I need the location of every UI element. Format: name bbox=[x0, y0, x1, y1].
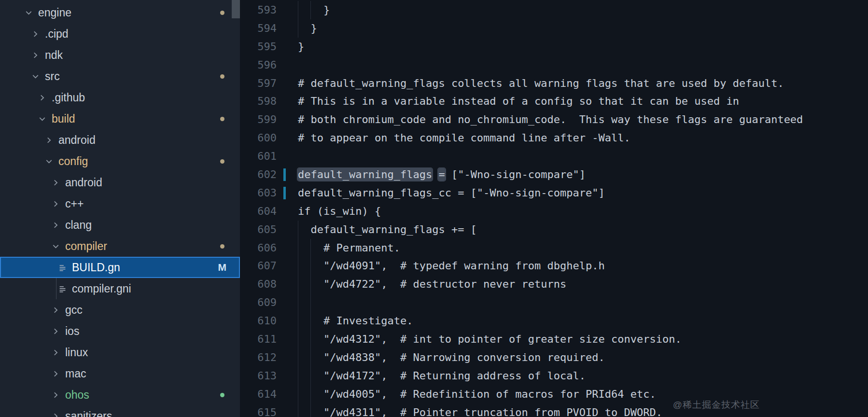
chevron-right-icon[interactable] bbox=[51, 369, 65, 378]
code-line-613[interactable]: 613 "/wd4172", # Returning address of lo… bbox=[240, 367, 868, 385]
tree-folder-android[interactable]: android bbox=[0, 172, 240, 193]
code-line-606[interactable]: 606 # Permanent. bbox=[240, 239, 868, 257]
chevron-down-icon[interactable] bbox=[31, 72, 45, 81]
chevron-right-icon[interactable] bbox=[31, 29, 45, 39]
code-line-595[interactable]: 595} bbox=[240, 38, 868, 56]
line-number: 610 bbox=[240, 312, 277, 330]
chevron-right-icon[interactable] bbox=[51, 221, 65, 230]
tree-folder-build[interactable]: build bbox=[0, 108, 240, 129]
tree-folder-ios[interactable]: ios bbox=[0, 320, 240, 342]
code-line-615[interactable]: 615 "/wd4311", # Pointer truncation from… bbox=[240, 403, 868, 417]
chevron-right-icon[interactable] bbox=[51, 412, 65, 417]
tree-item-label: sanitizers bbox=[65, 410, 112, 417]
tree-item-label: linux bbox=[65, 346, 88, 359]
chevron-down-icon[interactable] bbox=[51, 242, 65, 251]
chevron-right-icon[interactable] bbox=[51, 390, 65, 400]
code-line-594[interactable]: 594 } bbox=[240, 19, 868, 38]
code-text: "/wd4005", # Redefinition of macros for … bbox=[298, 385, 868, 403]
tree-folder-config[interactable]: config bbox=[0, 151, 240, 172]
chevron-right-icon[interactable] bbox=[51, 327, 65, 336]
tree-folder-ohos[interactable]: ohos bbox=[0, 384, 240, 405]
code-text: } bbox=[298, 38, 868, 56]
chevron-down-icon[interactable] bbox=[44, 157, 58, 166]
indent-guide bbox=[298, 312, 298, 330]
code-line-614[interactable]: 614 "/wd4005", # Redefinition of macros … bbox=[240, 385, 868, 403]
chevron-right-icon[interactable] bbox=[51, 306, 65, 315]
gutter-decorations bbox=[277, 293, 298, 312]
gutter-decorations bbox=[277, 348, 298, 367]
chevron-right-icon[interactable] bbox=[51, 348, 65, 357]
code-text: } bbox=[298, 1, 868, 19]
watermark-text: @稀土掘金技术社区 bbox=[673, 399, 760, 411]
git-status-dot bbox=[220, 74, 224, 79]
tree-folder-engine[interactable]: engine bbox=[0, 2, 240, 23]
code-line-603[interactable]: 603default_warning_flags_cc = ["-Wno-sig… bbox=[240, 184, 868, 202]
tree-folder-compiler[interactable]: compiler bbox=[0, 236, 240, 257]
line-number: 605 bbox=[240, 221, 277, 239]
code-line-601[interactable]: 601 bbox=[240, 147, 868, 166]
tree-item-label: ndk bbox=[45, 49, 63, 62]
gutter-decorations bbox=[277, 330, 298, 348]
file-icon bbox=[58, 284, 72, 293]
chevron-right-icon[interactable] bbox=[51, 199, 65, 208]
code-line-610[interactable]: 610 # Investigate. bbox=[240, 312, 868, 330]
tree-item-label: config bbox=[58, 155, 88, 168]
tree-folder-ndk[interactable]: ndk bbox=[0, 44, 240, 66]
code-line-599[interactable]: 599# both chromium_code and no_chromium_… bbox=[240, 111, 868, 129]
code-line-611[interactable]: 611 "/wd4312", # int to pointer of great… bbox=[240, 330, 868, 348]
code-line-605[interactable]: 605 default_warning_flags += [ bbox=[240, 221, 868, 239]
line-number: 594 bbox=[240, 19, 277, 38]
tree-item-label: .cipd bbox=[45, 28, 69, 41]
tree-item-label: mac bbox=[65, 367, 86, 380]
code-line-593[interactable]: 593 } bbox=[240, 1, 868, 19]
line-number: 608 bbox=[240, 275, 277, 293]
tree-folder-sanitizers[interactable]: sanitizers bbox=[0, 405, 240, 417]
line-number: 604 bbox=[240, 202, 277, 221]
gutter-decorations bbox=[277, 403, 298, 417]
chevron-right-icon[interactable] bbox=[44, 136, 58, 145]
code-line-597[interactable]: 597# default_warning_flags collects all … bbox=[240, 74, 868, 93]
code-text: # both chromium_code and no_chromium_cod… bbox=[298, 111, 868, 129]
vscode-window: engine.cipdndksrc.githubbuildandroidconf… bbox=[0, 0, 868, 417]
code-line-612[interactable]: 612 "/wd4838", # Narrowing conversion re… bbox=[240, 348, 868, 367]
code-text: default_warning_flags = ["-Wno-sign-comp… bbox=[298, 166, 868, 184]
tree-folder-gcc[interactable]: gcc bbox=[0, 299, 240, 320]
chevron-down-icon[interactable] bbox=[38, 114, 52, 124]
tree-folder-src[interactable]: src bbox=[0, 66, 240, 87]
tree-folder-.github[interactable]: .github bbox=[0, 87, 240, 108]
line-number: 598 bbox=[240, 92, 277, 111]
indent-guide bbox=[310, 348, 311, 367]
code-line-607[interactable]: 607 "/wd4091", # typedef warning from db… bbox=[240, 257, 868, 275]
indent-guide bbox=[298, 239, 298, 257]
tree-file-compiler.gni[interactable]: compiler.gni bbox=[0, 278, 240, 299]
tree-file-BUILD.gn[interactable]: BUILD.gnM bbox=[0, 257, 240, 278]
tree-folder-c++[interactable]: c++ bbox=[0, 193, 240, 214]
tree-folder-clang[interactable]: clang bbox=[0, 214, 240, 236]
sidebar-scrollbar[interactable] bbox=[232, 0, 240, 18]
chevron-down-icon[interactable] bbox=[24, 8, 38, 17]
chevron-right-icon[interactable] bbox=[38, 93, 52, 102]
code-line-602[interactable]: 602default_warning_flags = ["-Wno-sign-c… bbox=[240, 166, 868, 184]
chevron-right-icon[interactable] bbox=[51, 178, 65, 187]
tree-folder-android[interactable]: android bbox=[0, 129, 240, 151]
indent-guide bbox=[298, 348, 298, 367]
code-editor[interactable]: 593 }594 }595}596597# default_warning_fl… bbox=[240, 0, 868, 417]
gutter-decorations bbox=[277, 56, 298, 74]
code-line-609[interactable]: 609 bbox=[240, 293, 868, 312]
git-status-dot bbox=[220, 393, 224, 397]
chevron-right-icon[interactable] bbox=[31, 51, 45, 60]
gutter-decorations bbox=[277, 166, 298, 184]
tree-folder-.cipd[interactable]: .cipd bbox=[0, 23, 240, 44]
tree-folder-linux[interactable]: linux bbox=[0, 342, 240, 363]
code-line-598[interactable]: 598# This is in a variable instead of a … bbox=[240, 92, 868, 111]
tree-item-label: ohos bbox=[65, 389, 89, 402]
code-line-600[interactable]: 600# to appear on the compile command li… bbox=[240, 129, 868, 147]
code-line-604[interactable]: 604if (is_win) { bbox=[240, 202, 868, 221]
git-change-indicator bbox=[283, 168, 286, 181]
tree-folder-mac[interactable]: mac bbox=[0, 363, 240, 384]
code-line-596[interactable]: 596 bbox=[240, 56, 868, 74]
code-line-608[interactable]: 608 "/wd4722", # destructor never return… bbox=[240, 275, 868, 293]
gutter-decorations bbox=[277, 19, 298, 38]
tree-item-label: clang bbox=[65, 219, 92, 232]
git-modified-badge: M bbox=[218, 262, 227, 273]
